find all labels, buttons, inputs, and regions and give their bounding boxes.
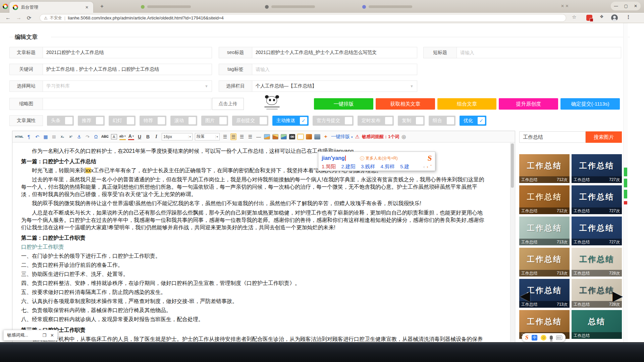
bookmark-star-icon[interactable]: ☆ xyxy=(572,14,576,20)
editor-content[interactable]: 作为一名刚入行不久的口腔科护士，在2021年第一季度快要结束的时候，可以写一份个… xyxy=(12,142,510,342)
microphone-icon[interactable] xyxy=(550,336,553,340)
magnifier-icon[interactable]: ◎ xyxy=(401,134,406,140)
prop-checkbox[interactable]: ✓ xyxy=(260,117,267,124)
undo-icon[interactable]: ↶ xyxy=(34,133,40,140)
image-result-tile[interactable]: 工作总结 工作总结 727次 xyxy=(572,154,622,183)
forward-button[interactable]: → xyxy=(16,15,21,21)
article-title-input[interactable] xyxy=(43,47,212,58)
article-prop-button[interactable]: 定时发布 ✓ xyxy=(358,116,394,126)
article-prop-button[interactable]: 优化 ✓ xyxy=(460,116,486,126)
prop-checkbox[interactable]: ✓ xyxy=(96,117,103,124)
format-brush-icon[interactable] xyxy=(306,134,312,139)
underline-icon[interactable]: U xyxy=(137,133,143,140)
prop-checkbox[interactable]: ✓ xyxy=(345,117,352,124)
prop-checkbox[interactable]: ✓ xyxy=(65,117,72,124)
ime-candidate[interactable]: 5.建 xyxy=(400,164,410,170)
action-button[interactable]: 确定提交(-1113s) xyxy=(560,98,620,110)
source-code-icon[interactable]: HTML xyxy=(15,133,23,140)
font-color-icon[interactable]: A xyxy=(128,133,134,140)
image-result-tile[interactable]: 工作总结 工作总结 712次 xyxy=(519,154,570,183)
prop-checkbox[interactable]: ✓ xyxy=(478,117,485,124)
image-result-tile[interactable]: 总结 工作总结 xyxy=(572,310,622,339)
align-left-icon[interactable]: ☰ xyxy=(230,133,236,140)
special-char-icon[interactable]: Ω xyxy=(93,133,99,140)
sogou-icon[interactable]: S xyxy=(525,334,529,341)
font-size-select[interactable]: 16px ▾ xyxy=(162,133,193,140)
article-prop-button[interactable]: 滚动 ✓ xyxy=(170,116,197,126)
security-warning-icon[interactable]: ⚠ xyxy=(44,16,48,20)
gallery-next-arrow[interactable]: ▶ xyxy=(612,286,623,306)
prop-checkbox[interactable]: ✓ xyxy=(127,117,134,124)
tags-input[interactable] xyxy=(252,64,417,75)
article-prop-button[interactable]: 原创提交 ✓ xyxy=(232,116,268,126)
superscript-icon[interactable]: X² xyxy=(68,133,74,140)
emoji-icon[interactable]: ☺ xyxy=(541,335,546,341)
tab-backend-admin[interactable]: 后台管理 ✕ xyxy=(9,2,93,13)
ime-candidate[interactable]: 3.贱样 xyxy=(361,164,375,170)
prop-checkbox[interactable]: ✓ xyxy=(189,117,196,124)
new-tab-button[interactable]: + xyxy=(98,3,106,11)
auto-typeset-icon[interactable]: ✦ xyxy=(323,133,329,140)
eraser-icon[interactable] xyxy=(314,134,320,139)
find-replace-icon[interactable]: oo xyxy=(289,134,295,139)
article-prop-button[interactable]: 头条 ✓ xyxy=(47,116,74,126)
align-right-icon[interactable]: ☰ xyxy=(247,133,253,140)
redo-icon[interactable]: ↷ xyxy=(85,133,91,140)
horizontal-rule-icon[interactable]: — xyxy=(256,133,262,140)
sogou-logo[interactable]: S xyxy=(427,154,432,163)
image-result-tile[interactable]: 工作总结 工作总结 712次 xyxy=(519,185,570,214)
image-result-tile[interactable]: 工作总结 工作总结 727次 xyxy=(572,217,622,245)
strikethrough-icon[interactable]: ABC xyxy=(101,133,109,140)
article-prop-button[interactable]: 特荐 ✓ xyxy=(140,116,166,126)
maximize-button[interactable]: ▢ xyxy=(624,4,628,8)
one-click-typeset-link[interactable]: 一键排版 ▾ xyxy=(331,134,353,140)
image-result-tile[interactable]: 工作总结 工作总结 713次 xyxy=(519,248,570,277)
extensions-puzzle-icon[interactable]: ❖ xyxy=(600,14,604,19)
paste-text-icon[interactable]: T xyxy=(298,134,304,139)
action-button[interactable]: 组合文章 xyxy=(437,98,497,110)
article-prop-button[interactable]: 主动推送 ✓ xyxy=(272,116,309,126)
image-result-tile[interactable]: 工作总结 工作总结 713次 xyxy=(519,217,570,245)
insert-image-icon[interactable] xyxy=(272,134,278,139)
tab-close-icon[interactable]: ✕ xyxy=(84,4,90,10)
ime-more-names[interactable]: i 更多人名(分号+R) xyxy=(360,156,398,161)
background-window-tab[interactable] xyxy=(362,4,412,10)
paragraph-mark-icon[interactable]: ¶ xyxy=(26,133,32,140)
align-center-icon[interactable]: ☰ xyxy=(239,133,245,140)
bold-icon[interactable]: B xyxy=(145,133,151,140)
column-select[interactable]: 个人工作总结—【工作总结】 ▼ xyxy=(252,80,417,92)
paragraph-format-select[interactable]: 段落 ▾ xyxy=(195,133,220,140)
ime-next-page-icon[interactable]: › xyxy=(427,164,428,169)
ime-expand-icon[interactable]: ˇ xyxy=(430,164,432,169)
seo-title-input[interactable] xyxy=(252,47,417,58)
article-prop-button[interactable]: 幻灯 ✓ xyxy=(109,116,136,126)
background-window-tab[interactable] xyxy=(265,4,315,10)
upload-button[interactable]: 点击上传 xyxy=(212,98,244,110)
article-prop-button[interactable]: 推荐 ✓ xyxy=(78,116,105,126)
prop-checkbox[interactable]: ✓ xyxy=(385,117,392,124)
highlight-color-icon[interactable]: ab xyxy=(119,133,126,140)
prop-checkbox[interactable]: ✓ xyxy=(416,117,423,124)
action-button[interactable]: 一键排版 xyxy=(314,98,373,110)
article-prop-button[interactable]: 图片 ✓ xyxy=(201,116,228,126)
ime-candidate[interactable]: 4.剪样 xyxy=(381,164,395,170)
image-search-input[interactable] xyxy=(519,131,586,143)
article-prop-button[interactable]: 组合 ✓ xyxy=(429,116,455,126)
action-button[interactable]: 提升原创度 xyxy=(499,98,558,110)
minimize-button[interactable]: — xyxy=(614,4,618,8)
profile-avatar[interactable] xyxy=(611,14,618,21)
italic-icon[interactable]: I xyxy=(153,133,159,140)
article-prop-button[interactable]: 官方号提交 ✓ xyxy=(313,116,354,126)
editor-scrollbar-thumb[interactable] xyxy=(511,143,514,188)
close-button[interactable]: ✕ xyxy=(634,4,637,8)
chinese-mode-icon[interactable]: 中 xyxy=(532,335,537,341)
sensitive-word-mini-window[interactable]: 敏感词规... ❐ ✕ xyxy=(3,330,58,341)
prop-checkbox[interactable]: ✓ xyxy=(158,117,165,124)
ime-candidate[interactable]: 2.建阳 xyxy=(341,164,356,170)
background-window-tab[interactable] xyxy=(141,4,191,10)
keywords-input[interactable] xyxy=(43,64,212,75)
action-button[interactable]: 获取相关文章 xyxy=(376,98,435,110)
browser-menu-icon[interactable]: ⋮ xyxy=(626,14,631,20)
popout-icon[interactable]: ❐ xyxy=(42,333,46,338)
short-title-input[interactable] xyxy=(457,47,621,58)
